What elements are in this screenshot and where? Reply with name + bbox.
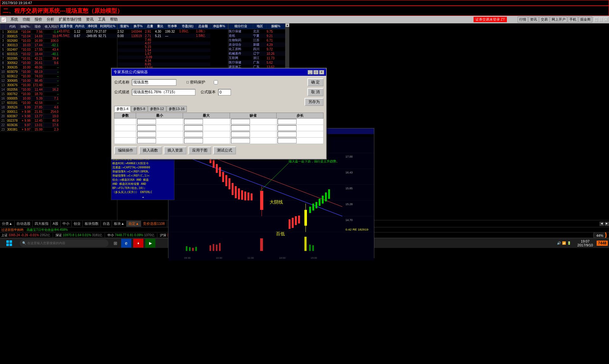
dialog-close-btn[interactable]: × bbox=[319, 70, 324, 75]
param-3-step[interactable] bbox=[278, 132, 297, 137]
menu-tools[interactable]: 工具 bbox=[96, 16, 108, 23]
table-row[interactable]: 17 603181 *10.00 42.58 — bbox=[0, 101, 59, 105]
table-row[interactable]: 11 603612 *10.00 74.03 — bbox=[0, 74, 59, 79]
dialog-minimize-btn[interactable]: _ bbox=[308, 70, 313, 75]
table-row-3[interactable]: 5.15 bbox=[118, 45, 228, 49]
table-row[interactable]: 8 300562 *10.00 26.61 9.67 bbox=[0, 61, 59, 65]
tab-info[interactable]: 资讯 bbox=[528, 16, 539, 23]
edit-op-btn[interactable]: 编辑操作 bbox=[114, 146, 137, 154]
menu-analysis[interactable]: 分析 bbox=[45, 16, 56, 23]
cancel-btn[interactable]: 取 消 bbox=[307, 88, 324, 96]
table-row-2[interactable]: 43.07亿 1.12 1557.79 27.07 bbox=[59, 29, 117, 34]
params-tab-9-12[interactable]: 参数9-12 bbox=[148, 106, 166, 112]
minimize-btn[interactable]: _ bbox=[594, 17, 599, 22]
tab-gold[interactable]: 掘金阁 bbox=[579, 16, 592, 23]
table-row[interactable]: 19 000011 × 9.98 21.81 254.02 bbox=[0, 110, 59, 114]
menu-quote[interactable]: 报价 bbox=[33, 16, 44, 23]
param-4-step[interactable] bbox=[278, 138, 297, 143]
insert-asset-btn[interactable]: 插入资源 bbox=[164, 146, 187, 154]
maximize-btn[interactable]: □ bbox=[599, 17, 603, 22]
table-row-3[interactable]: -3.09 bbox=[118, 55, 228, 59]
scroll-up[interactable]: ▲ bbox=[285, 23, 289, 27]
col-amplitude[interactable]: 振幅% bbox=[266, 24, 285, 29]
insert-func-btn[interactable]: 插入函数 bbox=[139, 146, 162, 154]
table-row[interactable]: 2 000815 *10.04 14.69 39.61 bbox=[0, 34, 59, 39]
param-3-min[interactable] bbox=[137, 132, 156, 137]
apply-chart-btn[interactable]: 应用于图 bbox=[188, 146, 211, 154]
col-code[interactable]: 代码 bbox=[6, 24, 19, 30]
btab-custom[interactable]: 自选 bbox=[101, 221, 112, 227]
table-row-4[interactable]: 机械基件 辽宁 10.26 bbox=[229, 51, 285, 56]
col-industry[interactable]: 细分行业 bbox=[229, 24, 253, 29]
table-row[interactable]: 18 300526 9.99 27.85 4.61 bbox=[0, 105, 59, 110]
table-row-3[interactable]: 2.52 143344 2.91 4.30 199.32 1.05亿 1.08㊀ bbox=[118, 29, 228, 34]
col-profit[interactable]: 净利润 bbox=[86, 24, 98, 29]
table-row-3[interactable]: 0.00 110519 2.71 5.21 — 1.58亿 bbox=[118, 34, 228, 38]
col-income[interactable]: 收入同比% bbox=[44, 24, 59, 30]
col-mktcap[interactable]: 流通市值 bbox=[59, 24, 74, 29]
tab-left-btn[interactable]: ◄ bbox=[599, 222, 604, 226]
table-row[interactable]: 10 603079 *10.00 68.19 — bbox=[0, 70, 59, 74]
params-tab-5-8[interactable]: 参数5-8 bbox=[131, 106, 147, 112]
btab-block[interactable]: 板块▲ bbox=[112, 221, 127, 227]
tab-open-account[interactable]: 网上开户 bbox=[550, 16, 567, 23]
app-green-btn[interactable]: ▶ bbox=[145, 239, 155, 248]
table-row[interactable]: 3 002680 *10.03 16.89 106.08 bbox=[0, 39, 59, 43]
table-row-3[interactable]: 4.34 bbox=[118, 59, 228, 62]
col-vol-ratio[interactable]: 量比 bbox=[155, 24, 165, 29]
menu-info[interactable]: 资讯 bbox=[84, 16, 95, 23]
table-row[interactable]: 4 300313 10.03 17.44 -62.11 bbox=[0, 43, 59, 48]
app-red-btn[interactable]: ♦ bbox=[133, 239, 143, 248]
col-total-amt[interactable]: 总金额 bbox=[196, 24, 210, 29]
version-input[interactable] bbox=[218, 89, 231, 95]
col-turnover[interactable]: 换手% bbox=[131, 24, 145, 29]
table-row-3[interactable]: 8.65 bbox=[118, 62, 228, 66]
btab-index[interactable]: 板块指数 bbox=[83, 221, 101, 227]
btab-classify[interactable]: 分类▲ bbox=[0, 221, 15, 227]
param-1-default[interactable] bbox=[231, 119, 250, 124]
table-row[interactable]: 20 600367 × 9.98 13.77 19.02 bbox=[0, 114, 59, 119]
param-2-default[interactable] bbox=[231, 125, 250, 131]
save-as-btn[interactable]: 另存为 bbox=[304, 98, 324, 106]
btab-startup[interactable]: 创业 bbox=[72, 221, 83, 227]
formula-dialog[interactable]: 专家系统公式编辑器 _ □ × 公式名称 □ 密码保护 确 定 公式描述 bbox=[111, 68, 327, 159]
param-3-default[interactable] bbox=[231, 132, 250, 137]
tab-trade[interactable]: 交易 bbox=[539, 16, 549, 23]
btab-self-define[interactable]: 自定▲ bbox=[127, 221, 141, 227]
col-pb[interactable]: 市净率 bbox=[165, 24, 179, 29]
search-bar[interactable]: 🔍 在这里输入您要搜索的内容 bbox=[20, 239, 108, 247]
table-row-3[interactable]: 1.54 bbox=[118, 49, 228, 52]
table-row[interactable]: 21 002378 × 9.98 12.45 80.98 bbox=[0, 119, 59, 123]
table-row[interactable]: 9 300635 10.00 48.06 — bbox=[0, 65, 59, 70]
table-row-4[interactable]: 化工原料 四川 9.72 bbox=[229, 47, 285, 51]
tab-quote[interactable]: 行情 bbox=[518, 16, 528, 23]
col-speed[interactable]: 涨速% bbox=[118, 24, 131, 29]
table-row-4[interactable]: 医疗保健 广东 5.62 bbox=[229, 60, 285, 65]
table-row[interactable]: 15 000762 *10.00 18.70 — bbox=[0, 92, 59, 96]
table-row-3[interactable]: 4.07 bbox=[118, 42, 228, 45]
param-1-max[interactable] bbox=[184, 119, 203, 124]
param-4-min[interactable] bbox=[137, 138, 156, 143]
col-profit-ratio[interactable]: 利润同比% bbox=[98, 24, 117, 29]
table-row[interactable]: 16 000005 10.00 5.39 7.18 bbox=[0, 96, 59, 101]
col-inout[interactable]: 内外比 bbox=[74, 24, 86, 29]
table-row[interactable]: 13 300676 *10.00 172.48 — bbox=[0, 83, 59, 88]
btab-compete[interactable]: 竞价选股1108 bbox=[141, 221, 167, 227]
confirm-btn[interactable]: 确 定 bbox=[307, 78, 324, 86]
btab-a-shares[interactable]: A股 bbox=[51, 221, 61, 227]
table-row[interactable]: 23 300381 × 9.97 15.99 2.30 bbox=[0, 127, 59, 132]
param-4-max[interactable] bbox=[184, 138, 203, 143]
param-1-min[interactable] bbox=[137, 119, 156, 124]
table-row-4[interactable]: 生物制药 江苏 6.71 bbox=[229, 38, 285, 42]
col-price[interactable]: 现价 bbox=[32, 24, 44, 30]
col-total[interactable]: 总量 bbox=[145, 24, 155, 29]
table-row[interactable]: 5 002497 *10.03 17.55 43.46 bbox=[0, 48, 59, 52]
close-btn[interactable]: × bbox=[604, 17, 608, 22]
task-view-btn[interactable]: ⊞ bbox=[111, 239, 120, 248]
col-yield[interactable]: 净益率% bbox=[210, 24, 228, 29]
menu-bar[interactable]: 📈 系统 功能 报价 分析 扩展市场行情 资讯 工具 帮助 证券交易未登录 ZT… bbox=[0, 16, 609, 23]
params-tab-13-16[interactable]: 参数13-16 bbox=[167, 106, 187, 112]
scroll-left-btn[interactable]: ◄ bbox=[112, 195, 173, 199]
param-4-default[interactable] bbox=[231, 138, 250, 143]
formula-name-input[interactable] bbox=[132, 79, 176, 86]
